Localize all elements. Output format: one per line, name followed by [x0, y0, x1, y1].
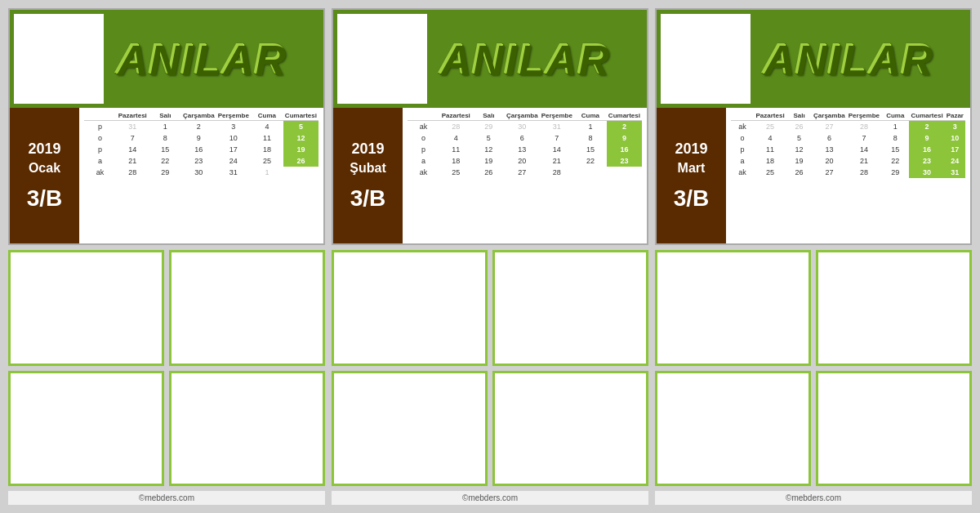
cal-day: 5	[283, 121, 318, 133]
cal-day: 22	[574, 155, 607, 167]
cal-day: 31	[216, 167, 251, 178]
cal-day: 15	[881, 144, 909, 155]
cal-day: 25	[439, 167, 473, 178]
cal-day: 28	[439, 121, 473, 133]
photo-frame-ocak-0-1	[169, 250, 325, 366]
photo-frame-subat-0-1	[492, 250, 648, 366]
cal-day: 15	[574, 144, 607, 155]
col-header-Pazartesi: Pazartesi	[754, 111, 786, 121]
panel-mart: ANILAR2019Mart3/BPazartesiSalıÇarşambaPe…	[655, 8, 972, 505]
week-num: o	[84, 132, 116, 144]
cal-day: 28	[847, 121, 881, 133]
cal-day: 16	[909, 144, 944, 155]
cal-day: 2	[181, 121, 216, 133]
top-card-subat: ANILAR2019Şubat3/BPazartesiSalıÇarşambaP…	[332, 8, 648, 245]
col-header-Salı: Salı	[786, 111, 812, 121]
cal-day: 31	[116, 121, 149, 133]
cal-day: 14	[847, 144, 881, 155]
cal-day: 25	[251, 155, 283, 167]
photo-frame-subat-1-0	[332, 371, 488, 487]
cal-day	[283, 167, 318, 178]
cal-day: 4	[439, 132, 473, 144]
week-num: ak	[408, 121, 439, 133]
col-header-Salı: Salı	[473, 111, 505, 121]
panel-ocak: ANILAR2019Ocak3/BPazartesiSalıÇarşambaPe…	[8, 8, 325, 505]
cal-day: 2	[607, 121, 642, 133]
col-header-Cumartesi: Cumartesi	[283, 111, 318, 121]
bottom-section-mart	[655, 250, 972, 486]
cal-area-subat: PazartesiSalıÇarşambaPerşembeCumaCumarte…	[403, 108, 647, 243]
cal-day: 18	[439, 155, 473, 167]
cal-day: 1	[881, 121, 909, 133]
cal-day: 18	[754, 155, 786, 167]
cal-day: 27	[812, 121, 847, 133]
cal-day: 2	[909, 121, 944, 133]
col-header-Pazar: Pazar	[945, 111, 965, 121]
col-header-Cuma: Cuma	[881, 111, 909, 121]
cal-day: 12	[473, 144, 505, 155]
year-ocak: 2019	[28, 141, 60, 158]
cal-day: 19	[786, 155, 812, 167]
cal-day: 27	[505, 167, 540, 178]
copyright-ocak: ©mebders.com	[8, 491, 325, 505]
cal-day: 25	[754, 167, 786, 178]
cal-day: 6	[812, 132, 847, 144]
cal-day	[607, 167, 642, 178]
cal-day: 14	[116, 144, 149, 155]
col-header-Çarşamba: Çarşamba	[812, 111, 847, 121]
month-mart: Mart	[678, 161, 706, 176]
cal-area-ocak: PazartesiSalıÇarşambaPerşembeCumaCumarte…	[79, 108, 323, 243]
cal-day: 13	[812, 144, 847, 155]
cal-day: 5	[473, 132, 505, 144]
photo-box-mart	[661, 14, 751, 104]
photo-frame-mart-1-1	[816, 371, 972, 487]
cal-day: 19	[473, 155, 505, 167]
year-subat: 2019	[351, 141, 384, 158]
cal-day: 9	[181, 132, 216, 144]
cal-day: 20	[812, 155, 847, 167]
cal-day: 26	[786, 121, 812, 133]
cal-day: 30	[505, 121, 540, 133]
top-card-mart: ANILAR2019Mart3/BPazartesiSalıÇarşambaPe…	[655, 8, 972, 245]
photo-box-ocak	[14, 14, 104, 104]
cal-day	[574, 167, 607, 178]
cal-day: 23	[607, 155, 642, 167]
col-header-Salı: Salı	[149, 111, 181, 121]
cal-day: 17	[945, 144, 965, 155]
class-mart: 3/B	[674, 185, 710, 212]
col-header-Cumartesi: Cumartesi	[607, 111, 642, 121]
anilar-title-ocak: ANILAR	[116, 38, 286, 80]
cal-day: 28	[847, 167, 881, 178]
week-num: p	[84, 121, 116, 133]
week-num: a	[84, 155, 116, 167]
photo-frame-mart-0-0	[655, 250, 811, 366]
cal-day: 7	[847, 132, 881, 144]
cal-day: 22	[881, 155, 909, 167]
cal-day: 8	[881, 132, 909, 144]
col-header-Perşembe: Perşembe	[847, 111, 881, 121]
cal-day: 7	[116, 132, 149, 144]
col-header-Cumartesi: Cumartesi	[909, 111, 944, 121]
col-header-Çarşamba: Çarşamba	[505, 111, 540, 121]
cal-day: 11	[251, 132, 283, 144]
cal-day: 9	[607, 132, 642, 144]
cal-day: 26	[786, 167, 812, 178]
week-num: ak	[731, 121, 754, 133]
copyright-subat: ©mebders.com	[332, 491, 648, 505]
cal-day: 19	[283, 144, 318, 155]
cal-day: 21	[116, 155, 149, 167]
cal-day: 13	[505, 144, 540, 155]
cal-day: 22	[149, 155, 181, 167]
top-card-ocak: ANILAR2019Ocak3/BPazartesiSalıÇarşambaPe…	[8, 8, 325, 245]
cal-day: 10	[945, 132, 965, 144]
month-subat: Şubat	[350, 161, 385, 176]
photo-frame-mart-1-0	[655, 371, 811, 487]
cal-day: 30	[909, 167, 944, 178]
cal-day: 11	[439, 144, 473, 155]
photo-box-subat	[337, 14, 427, 104]
week-num: ak	[408, 167, 439, 178]
sidebar-mart: 2019Mart3/B	[657, 108, 726, 243]
col-header-Cuma: Cuma	[574, 111, 607, 121]
cal-day: 18	[251, 144, 283, 155]
col-header-Çarşamba: Çarşamba	[181, 111, 216, 121]
